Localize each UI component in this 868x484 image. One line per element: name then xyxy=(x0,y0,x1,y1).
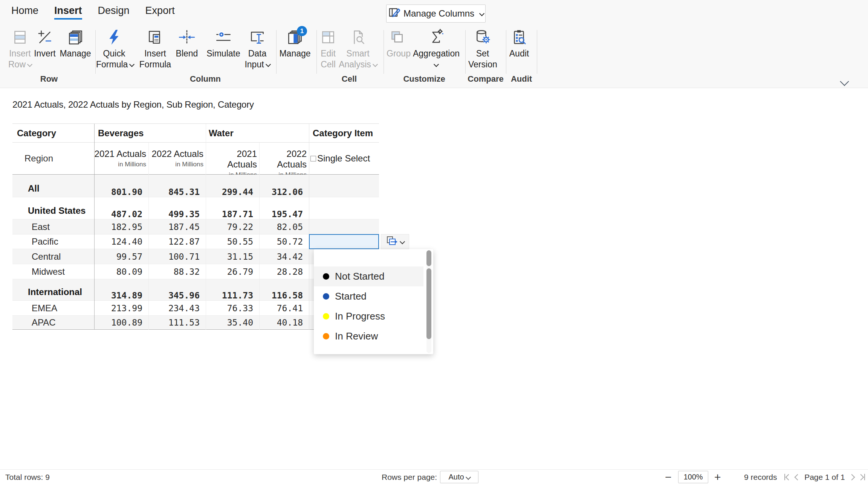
dropdown-item-in-progress[interactable]: In Progress xyxy=(314,306,423,326)
group-button: Group xyxy=(387,29,408,59)
value-cell[interactable]: 345.96 xyxy=(148,279,200,303)
column-divider xyxy=(309,124,309,330)
chevron-down-icon xyxy=(129,62,134,67)
aggregation-button[interactable]: Aggregation xyxy=(409,29,464,70)
table-row: Pacific 124.40 122.87 50.55 50.72 xyxy=(12,234,379,249)
value-cell[interactable]: 76.33 xyxy=(206,301,253,315)
simulate-button[interactable]: Simulate xyxy=(206,29,240,59)
ribbon-collapse-chevron-icon[interactable] xyxy=(840,77,849,86)
row-dimension-label: Region xyxy=(24,143,53,174)
value-cell[interactable]: 111.53 xyxy=(148,316,200,329)
aggregation-icon xyxy=(409,29,464,48)
value-cell[interactable]: 88.32 xyxy=(148,264,200,279)
insert-row-button: Insert Row xyxy=(6,29,34,70)
quick-formula-button[interactable]: Quick Formula xyxy=(96,29,132,70)
value-cell[interactable]: 124.40 xyxy=(94,234,142,249)
tab-design[interactable]: Design xyxy=(98,5,130,20)
notification-badge: 1 xyxy=(297,26,307,36)
value-cell[interactable]: 50.55 xyxy=(206,234,253,249)
edit-cell-icon xyxy=(316,29,340,48)
value-cell[interactable]: 499.35 xyxy=(148,197,200,222)
column-group-beverages: Beverages xyxy=(98,124,144,142)
value-cell[interactable]: 312.06 xyxy=(259,175,303,200)
value-cell[interactable]: 82.05 xyxy=(259,219,303,234)
rows-per-page-select[interactable]: Auto xyxy=(440,471,478,483)
row-label[interactable]: East xyxy=(12,219,94,234)
group-label-cell: Cell xyxy=(342,74,357,84)
value-cell[interactable]: 40.18 xyxy=(259,316,303,329)
manage-rows-button[interactable]: Manage xyxy=(57,29,93,59)
value-cell[interactable]: 111.73 xyxy=(206,279,253,303)
apply-to-rows-button[interactable] xyxy=(381,234,409,249)
next-page-button[interactable] xyxy=(850,475,854,479)
dropdown-item-started[interactable]: Started xyxy=(314,286,423,306)
dropdown-item-not-started[interactable]: Not Started xyxy=(314,266,423,286)
value-cell[interactable]: 299.44 xyxy=(206,175,253,200)
manage-measure-columns-button[interactable]: 1 Manage xyxy=(277,29,313,59)
selected-category-item-cell[interactable] xyxy=(309,234,379,249)
row-label[interactable]: Pacific xyxy=(12,234,94,249)
audit-button[interactable]: Audit xyxy=(507,29,531,59)
value-cell[interactable]: 100.71 xyxy=(148,249,200,264)
zoom-in-button[interactable]: + xyxy=(714,470,721,484)
value-cell[interactable]: 314.89 xyxy=(94,279,142,303)
first-page-button[interactable] xyxy=(784,474,791,480)
value-cell[interactable]: 50.72 xyxy=(259,234,303,249)
dropdown-scrollbar-thumb[interactable] xyxy=(426,268,431,339)
value-cell[interactable]: 99.57 xyxy=(94,249,142,264)
smart-analysis-button: Smart Analysis xyxy=(338,29,377,70)
value-cell[interactable]: 195.47 xyxy=(259,197,303,222)
edit-cell-button: Edit Cell xyxy=(316,29,340,70)
blend-button[interactable]: Blend xyxy=(173,29,201,59)
insert-formula-button[interactable]: Insert Formula xyxy=(136,29,175,70)
value-cell[interactable]: 116.58 xyxy=(259,279,303,303)
value-cell[interactable]: 34.42 xyxy=(259,249,303,264)
value-cell[interactable]: 213.99 xyxy=(94,301,142,315)
row-label[interactable]: APAC xyxy=(12,316,94,329)
row-label[interactable]: EMEA xyxy=(12,301,94,315)
value-cell[interactable]: 234.43 xyxy=(148,301,200,315)
zoom-level-field[interactable]: 100% xyxy=(678,471,708,483)
row-label[interactable]: Central xyxy=(12,249,94,264)
row-label[interactable]: Midwest xyxy=(12,264,94,279)
value-cell[interactable]: 187.45 xyxy=(148,219,200,234)
table-header-row-2: Region 2021 Actuals in Millions 2022 Act… xyxy=(12,143,379,175)
value-cell[interactable]: 801.90 xyxy=(94,175,142,200)
value-cell[interactable]: 845.31 xyxy=(148,175,200,200)
dropdown-item-in-review[interactable]: In Review xyxy=(314,326,423,346)
group-label-audit: Audit xyxy=(511,74,532,84)
column-group-water: Water xyxy=(209,124,234,142)
value-cell[interactable]: 31.15 xyxy=(206,249,253,264)
zoom-out-button[interactable]: − xyxy=(665,470,672,484)
value-cell[interactable]: 487.02 xyxy=(94,197,142,222)
value-cell[interactable]: 26.79 xyxy=(206,264,253,279)
blend-icon xyxy=(173,29,201,48)
page-indicator: Page 1 of 1 xyxy=(804,473,845,482)
previous-page-button[interactable] xyxy=(795,475,800,479)
value-cell[interactable]: 76.41 xyxy=(259,301,303,315)
group-separator xyxy=(95,30,96,74)
row-label[interactable]: All xyxy=(12,175,94,197)
row-label[interactable]: International xyxy=(12,279,94,300)
data-input-button[interactable]: Data Input xyxy=(241,29,274,70)
invert-button[interactable]: Invert xyxy=(32,29,57,59)
status-dot-yellow xyxy=(323,313,329,320)
set-version-button[interactable]: Set Version xyxy=(468,29,497,70)
value-cell[interactable]: 182.95 xyxy=(94,219,142,234)
value-cell[interactable]: 35.40 xyxy=(206,316,253,329)
manage-columns-button[interactable]: Manage Columns xyxy=(386,5,486,23)
tab-export[interactable]: Export xyxy=(145,5,175,20)
row-label[interactable]: United States xyxy=(12,197,94,219)
value-cell[interactable]: 100.89 xyxy=(94,316,142,329)
value-cell[interactable]: 122.87 xyxy=(148,234,200,249)
value-cell[interactable]: 28.28 xyxy=(259,264,303,279)
tab-insert[interactable]: Insert xyxy=(54,5,82,20)
value-cell[interactable]: 80.09 xyxy=(94,264,142,279)
value-cell[interactable]: 187.71 xyxy=(206,197,253,222)
dropdown-scrollbar-thumb[interactable] xyxy=(426,250,431,266)
manage-measure-columns-icon xyxy=(277,29,313,48)
measure-header: 2021 Actuals in Millions xyxy=(94,149,146,170)
tab-home[interactable]: Home xyxy=(11,5,38,20)
last-page-button[interactable] xyxy=(859,474,865,480)
value-cell[interactable]: 79.22 xyxy=(206,219,253,234)
